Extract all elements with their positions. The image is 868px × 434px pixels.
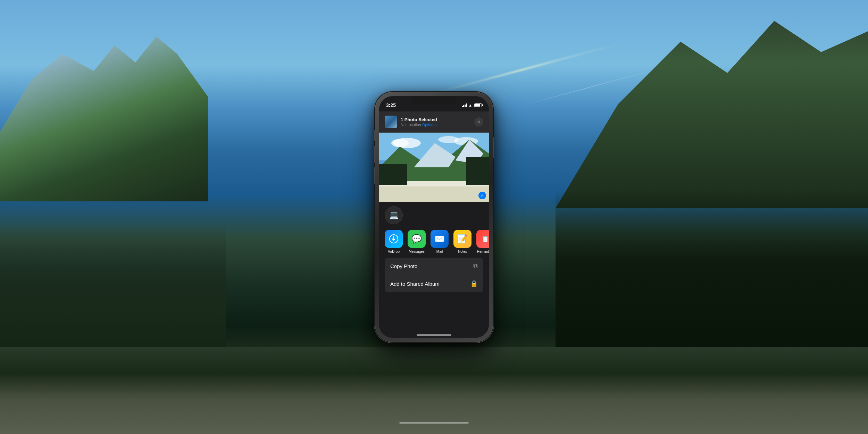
mountain-right: [556, 0, 868, 208]
share-app-notes[interactable]: 📝 Notes: [453, 230, 471, 253]
mute-button: [374, 130, 375, 141]
copy-photo-icon: ⧉: [473, 262, 478, 270]
battery-icon: [474, 103, 482, 107]
svg-point-3: [391, 139, 409, 147]
close-button[interactable]: ✕: [474, 117, 483, 126]
notch: [411, 96, 457, 105]
volume-up-button: [374, 146, 375, 163]
notes-app-label: Notes: [458, 250, 467, 253]
airdrop-device-item[interactable]: 💻: [385, 206, 403, 224]
status-icons: ▲: [462, 103, 482, 107]
share-app-airdrop[interactable]: AirDrop: [385, 230, 403, 253]
share-app-messages[interactable]: 💬 Messages: [408, 230, 426, 253]
reminders-app-label: Reminders: [477, 250, 489, 253]
action-rows: Copy Photo ⧉ Add to Shared Album 🔒: [379, 258, 489, 292]
svg-rect-10: [379, 186, 489, 202]
signal-icon: [462, 103, 467, 107]
photo-thumbnail: [385, 116, 397, 128]
notes-app-icon: 📝: [453, 230, 471, 248]
dock-bar: [399, 422, 469, 424]
photo-header: 1 Photo Selected No Location Options › ✕: [379, 111, 489, 133]
lens-flare: [420, 42, 622, 98]
power-button: [493, 137, 494, 158]
airdrop-app-icon: [385, 230, 403, 248]
device-icon-circle: 💻: [385, 206, 403, 224]
svg-rect-11: [379, 164, 407, 185]
copy-photo-label: Copy Photo: [390, 263, 417, 269]
add-shared-album-action[interactable]: Add to Shared Album 🔒: [385, 275, 483, 292]
iphone-device: 3:25 ▲: [375, 92, 493, 342]
airdrop-svg-icon: [389, 234, 399, 244]
photo-title: 1 Photo Selected: [401, 117, 474, 122]
airdrop-devices-row: 💻: [379, 202, 489, 227]
photo-subtitle: No Location Options ›: [401, 123, 474, 127]
share-apps-row: AirDrop 💬 Messages ✉️ Mail 📝 Notes: [379, 227, 489, 256]
home-indicator: [417, 334, 451, 336]
add-shared-album-label: Add to Shared Album: [390, 281, 440, 287]
photo-preview: ✓: [379, 133, 489, 202]
parking-lot: [0, 347, 868, 434]
device-icon: 💻: [389, 211, 399, 220]
photo-info: 1 Photo Selected No Location Options ›: [401, 117, 474, 127]
mountain-left: [0, 28, 208, 201]
photo-selected-check: ✓: [478, 192, 486, 199]
copy-photo-action[interactable]: Copy Photo ⧉: [385, 258, 483, 275]
iphone-screen: 3:25 ▲: [379, 96, 489, 338]
add-shared-album-icon: 🔒: [470, 280, 478, 287]
svg-rect-12: [466, 157, 489, 185]
share-app-mail[interactable]: ✉️ Mail: [431, 230, 449, 253]
messages-app-icon: 💬: [408, 230, 426, 248]
mail-app-icon: ✉️: [431, 230, 449, 248]
airdrop-app-label: AirDrop: [388, 250, 400, 253]
status-time: 3:25: [386, 102, 396, 108]
wifi-icon: ▲: [468, 103, 472, 107]
reminders-app-icon: 📋: [476, 230, 489, 248]
mail-app-label: Mail: [436, 250, 443, 253]
messages-app-label: Messages: [409, 250, 425, 253]
volume-down-button: [374, 167, 375, 184]
share-app-reminders[interactable]: 📋 Reminders: [476, 230, 489, 253]
photo-options-link[interactable]: Options ›: [422, 123, 438, 127]
share-sheet: 1 Photo Selected No Location Options › ✕: [379, 111, 489, 338]
iphone-frame: 3:25 ▲: [375, 92, 493, 342]
preview-svg: [379, 133, 489, 202]
